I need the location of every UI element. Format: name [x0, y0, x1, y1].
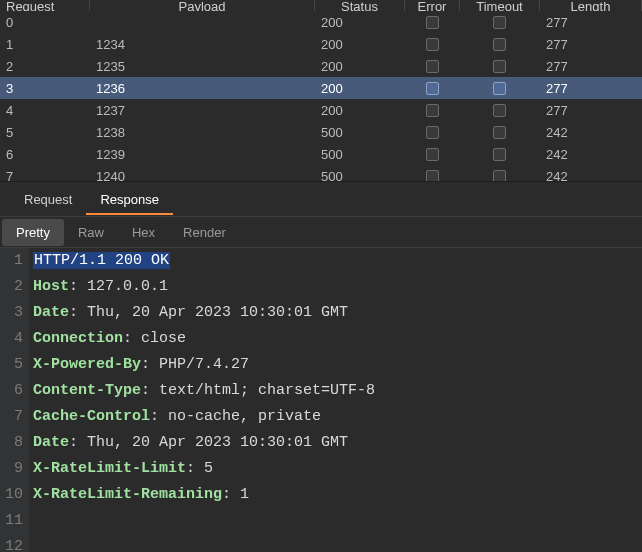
- timeout-checkbox[interactable]: [460, 77, 540, 99]
- error-checkbox[interactable]: [405, 99, 460, 121]
- checkbox-icon: [493, 16, 506, 29]
- checkbox-icon: [426, 126, 439, 139]
- checkbox-icon: [493, 170, 506, 182]
- checkbox-icon: [493, 82, 506, 95]
- code-line: Content-Type: text/html; charset=UTF-8: [33, 378, 375, 404]
- code-line: Date: Thu, 20 Apr 2023 10:30:01 GMT: [33, 430, 375, 456]
- table-row[interactable]: 41237200277: [0, 99, 642, 121]
- error-checkbox[interactable]: [405, 121, 460, 143]
- timeout-checkbox[interactable]: [460, 121, 540, 143]
- code-line: Connection: close: [33, 326, 375, 352]
- cell-request: 5: [0, 121, 90, 143]
- subtab-pretty[interactable]: Pretty: [2, 219, 64, 246]
- error-checkbox[interactable]: [405, 33, 460, 55]
- code-line: X-RateLimit-Limit: 5: [33, 456, 375, 482]
- code-line: HTTP/1.1 200 OK: [33, 248, 375, 274]
- line-number: 1: [0, 248, 23, 274]
- line-number: 4: [0, 326, 23, 352]
- cell-length: 277: [540, 33, 642, 55]
- line-number: 5: [0, 352, 23, 378]
- cell-request: 3: [0, 77, 90, 99]
- table-row[interactable]: 31236200277: [0, 77, 642, 99]
- cell-payload: 1234: [90, 33, 315, 55]
- cell-status: 200: [315, 55, 405, 77]
- cell-payload: 1240: [90, 165, 315, 181]
- response-body[interactable]: HTTP/1.1 200 OKHost: 127.0.0.1Date: Thu,…: [29, 248, 375, 552]
- error-checkbox[interactable]: [405, 77, 460, 99]
- cell-request: 1: [0, 33, 90, 55]
- results-header: Request Payload Status Error Timeout Len…: [0, 0, 642, 11]
- cell-status: 200: [315, 11, 405, 33]
- cell-length: 277: [540, 77, 642, 99]
- table-row[interactable]: 61239500242: [0, 143, 642, 165]
- timeout-checkbox[interactable]: [460, 99, 540, 121]
- col-timeout[interactable]: Timeout: [460, 0, 540, 11]
- timeout-checkbox[interactable]: [460, 143, 540, 165]
- line-number: 7: [0, 404, 23, 430]
- checkbox-icon: [426, 38, 439, 51]
- timeout-checkbox[interactable]: [460, 55, 540, 77]
- response-editor[interactable]: 123456789101112 HTTP/1.1 200 OKHost: 127…: [0, 248, 642, 552]
- code-line: X-RateLimit-Remaining: 1: [33, 482, 375, 508]
- col-error[interactable]: Error: [405, 0, 460, 11]
- cell-status: 200: [315, 99, 405, 121]
- cell-status: 500: [315, 121, 405, 143]
- cell-payload: 1237: [90, 99, 315, 121]
- subtab-hex[interactable]: Hex: [118, 219, 169, 246]
- col-payload[interactable]: Payload: [90, 0, 315, 11]
- col-request[interactable]: Request: [0, 0, 90, 11]
- line-number: 11: [0, 508, 23, 534]
- cell-status: 500: [315, 165, 405, 181]
- line-gutter: 123456789101112: [0, 248, 29, 552]
- cell-length: 242: [540, 165, 642, 181]
- cell-payload: [90, 11, 315, 33]
- tab-response[interactable]: Response: [86, 184, 173, 215]
- col-length[interactable]: Length: [540, 0, 642, 11]
- error-checkbox[interactable]: [405, 165, 460, 181]
- table-row[interactable]: 0200277: [0, 11, 642, 33]
- line-number: 8: [0, 430, 23, 456]
- error-checkbox[interactable]: [405, 11, 460, 33]
- table-row[interactable]: 51238500242: [0, 121, 642, 143]
- checkbox-icon: [426, 60, 439, 73]
- table-row[interactable]: 21235200277: [0, 55, 642, 77]
- cell-status: 500: [315, 143, 405, 165]
- code-line: [33, 534, 375, 552]
- cell-request: 2: [0, 55, 90, 77]
- checkbox-icon: [493, 148, 506, 161]
- tab-request[interactable]: Request: [10, 184, 86, 215]
- results-body[interactable]: 0200277112342002772123520027731236200277…: [0, 11, 642, 181]
- line-number: 6: [0, 378, 23, 404]
- table-row[interactable]: 71240500242: [0, 165, 642, 181]
- timeout-checkbox[interactable]: [460, 11, 540, 33]
- line-number: 3: [0, 300, 23, 326]
- col-status[interactable]: Status: [315, 0, 405, 11]
- checkbox-icon: [426, 16, 439, 29]
- checkbox-icon: [426, 170, 439, 182]
- cell-status: 200: [315, 77, 405, 99]
- code-line: Date: Thu, 20 Apr 2023 10:30:01 GMT: [33, 300, 375, 326]
- cell-length: 242: [540, 121, 642, 143]
- cell-status: 200: [315, 33, 405, 55]
- subtab-render[interactable]: Render: [169, 219, 240, 246]
- subtab-raw[interactable]: Raw: [64, 219, 118, 246]
- error-checkbox[interactable]: [405, 55, 460, 77]
- cell-length: 242: [540, 143, 642, 165]
- cell-request: 6: [0, 143, 90, 165]
- cell-payload: 1235: [90, 55, 315, 77]
- error-checkbox[interactable]: [405, 143, 460, 165]
- timeout-checkbox[interactable]: [460, 33, 540, 55]
- code-line: X-Powered-By: PHP/7.4.27: [33, 352, 375, 378]
- cell-request: 7: [0, 165, 90, 181]
- checkbox-icon: [426, 82, 439, 95]
- code-line: Cache-Control: no-cache, private: [33, 404, 375, 430]
- cell-request: 0: [0, 11, 90, 33]
- checkbox-icon: [426, 104, 439, 117]
- checkbox-icon: [493, 38, 506, 51]
- table-row[interactable]: 11234200277: [0, 33, 642, 55]
- cell-payload: 1238: [90, 121, 315, 143]
- code-line: Host: 127.0.0.1: [33, 274, 375, 300]
- timeout-checkbox[interactable]: [460, 165, 540, 181]
- message-tabs: Request Response: [0, 182, 642, 217]
- code-line: [33, 508, 375, 534]
